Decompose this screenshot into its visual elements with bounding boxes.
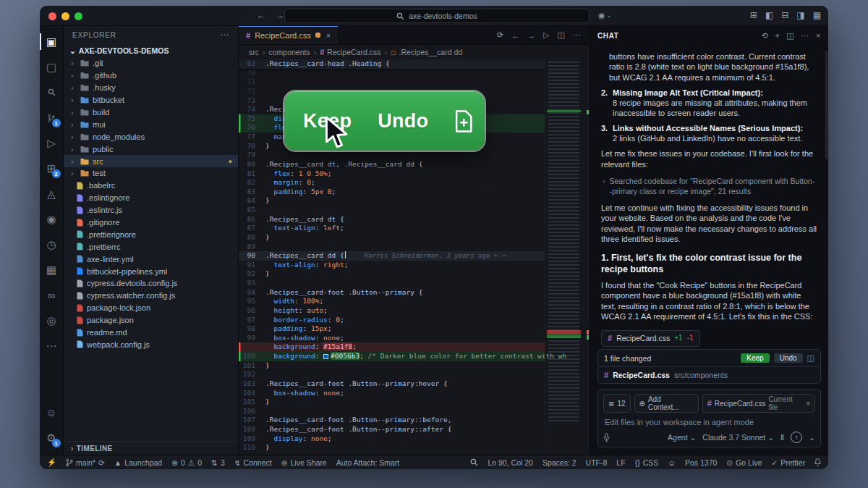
status-language-mode[interactable]: {}CSS <box>635 458 659 467</box>
breadcrumb-item[interactable]: components <box>269 48 310 56</box>
activity-package[interactable]: ▢ <box>40 54 64 80</box>
new-chat-icon[interactable]: + <box>775 31 780 41</box>
timeline-section[interactable]: › TIMELINE <box>64 441 238 455</box>
layout-custom-icon[interactable]: ▦ <box>813 10 821 20</box>
microphone-icon[interactable] <box>603 433 610 442</box>
activity-account[interactable]: ☺ <box>40 400 64 425</box>
tree-item--gitignore[interactable]: .gitignore <box>64 216 238 229</box>
status-live-share[interactable]: ⊚Live Share <box>281 458 327 467</box>
status-pos[interactable]: Pos 1370 <box>685 458 717 467</box>
tree-item--husky[interactable]: › .husky <box>64 82 238 94</box>
tree-item--github[interactable]: › .github <box>64 70 238 82</box>
view-changed-file-icon[interactable] <box>454 110 474 132</box>
panel-left-icon[interactable]: ◧ <box>765 10 773 20</box>
keep-file-button[interactable]: Keep <box>741 353 769 363</box>
tree-item--prettierignore[interactable]: .prettierignore <box>64 228 238 240</box>
current-file-chip[interactable]: # RecipeCard.css Current file × <box>702 394 815 413</box>
status-indentation[interactable]: Spaces: 2 <box>542 458 576 467</box>
changed-file-row[interactable]: # RecipeCard.css src/components <box>598 367 820 383</box>
zoom-window-button[interactable] <box>75 12 82 20</box>
forward-icon[interactable]: → <box>276 10 284 20</box>
more-actions-icon[interactable]: ⋯ <box>573 30 581 40</box>
panel-right-icon[interactable]: ◨ <box>796 10 804 20</box>
tree-item--eslintrc-js[interactable]: .eslintrc.js <box>64 204 238 216</box>
more-icon[interactable]: ⋯ <box>801 31 809 41</box>
tree-item-package-lock-json[interactable]: package-lock.json <box>64 302 238 314</box>
tree-item--eslintignore[interactable]: .eslintignore <box>64 192 238 204</box>
remove-chip-icon[interactable]: × <box>806 400 810 408</box>
activity-settings[interactable]: ⚙ 1 <box>40 425 64 450</box>
tree-item-bitbucket-pipelines-yml[interactable]: bitbucket-pipelines.yml <box>64 265 238 277</box>
code-editor[interactable]: 63.Recipes__card-head .Heading { 70 71 7… <box>239 59 590 455</box>
close-window-button[interactable] <box>48 12 56 20</box>
tree-item--git[interactable]: › .git <box>64 57 238 70</box>
tree-item-cypress-watcher-config-js[interactable]: cypress.watcher.config.js <box>64 290 238 302</box>
activity-explorer[interactable]: ▣ <box>40 29 64 54</box>
tab-recipecard-css[interactable]: # RecipeCard.css × <box>239 26 339 44</box>
tree-item-src[interactable]: › src ● <box>64 155 238 167</box>
breadcrumb-item[interactable]: ▢.Recipes__card dd <box>391 48 462 56</box>
tree-item-package-json[interactable]: package.json <box>64 314 238 327</box>
status-eol[interactable]: LF <box>616 458 625 467</box>
chat-scrollbar[interactable] <box>825 51 827 159</box>
tree-item-build[interactable]: › build <box>64 106 238 119</box>
activity-run-debug[interactable]: ▷ <box>40 130 64 156</box>
back-icon[interactable]: ← <box>257 10 265 20</box>
status-cursor-position[interactable]: Ln 90, Col 20 <box>488 458 532 467</box>
undo-file-button[interactable]: Undo <box>774 353 803 363</box>
panel-bottom-icon[interactable]: ⊟ <box>781 10 788 20</box>
previous-change-icon[interactable]: ← <box>511 31 519 40</box>
project-root[interactable]: ⌄ AXE-DEVTOOLS-DEMOS <box>64 43 238 57</box>
tree-item--prettierrc[interactable]: .prettierrc <box>64 240 238 253</box>
history-icon[interactable]: ⟲ <box>762 31 769 41</box>
status-connect[interactable]: ↯Connect <box>234 458 272 467</box>
tree-item-node-modules[interactable]: › node_modules <box>64 130 238 143</box>
status-go-live[interactable]: ⊙Go Live <box>726 458 762 467</box>
layout-grid-icon[interactable]: ⊞ <box>750 10 757 20</box>
status-encoding[interactable]: UTF-8 <box>586 458 608 467</box>
minimize-window-button[interactable] <box>61 12 69 20</box>
activity-source-control[interactable]: 1 <box>40 105 64 130</box>
undo-button[interactable]: Undo <box>378 110 428 132</box>
command-center-search[interactable]: axe-devtools-demos <box>284 9 590 23</box>
breadcrumb-item[interactable]: #RecipeCard.css <box>320 48 380 56</box>
next-change-icon[interactable]: → <box>527 31 535 40</box>
status-problems[interactable]: ⊗0⚠0 <box>171 458 202 467</box>
attachments-chip[interactable]: ≣ 12 <box>603 394 631 413</box>
activity-containers[interactable]: ▦ <box>40 257 64 282</box>
activity-axe-devtools[interactable]: ◉ <box>40 206 64 232</box>
copilot-icon[interactable]: ◉ <box>598 11 605 20</box>
close-tab-icon[interactable]: × <box>326 31 331 40</box>
tree-item-public[interactable]: › public <box>64 143 238 155</box>
status-launchpad[interactable]: ▲Launchpad <box>114 458 162 467</box>
activity-extensions[interactable]: ⊞ 2 <box>40 156 64 181</box>
tree-item-cypress-devtools-config-js[interactable]: cypress.devtools.config.js <box>64 277 238 290</box>
tree-item-bitbucket[interactable]: › bitbucket <box>64 94 238 106</box>
status-search[interactable] <box>470 458 478 466</box>
model-picker[interactable]: Claude 3.7 Sonnet ⌄ <box>702 433 774 442</box>
activity-testing[interactable]: ◬ <box>40 181 64 206</box>
activity-search[interactable] <box>40 80 64 105</box>
open-in-editor-icon[interactable]: ◫ <box>786 31 794 41</box>
pause-icon[interactable]: Ⅱ <box>780 433 784 442</box>
status-notifications[interactable] <box>814 458 821 466</box>
mode-picker[interactable]: Agent ⌄ <box>668 433 696 442</box>
add-context-chip[interactable]: ⊕ Add Context... <box>634 394 699 413</box>
tree-item-test[interactable]: › test <box>64 167 238 180</box>
activity-remote-explorer[interactable]: ∞ <box>40 282 64 308</box>
minimap[interactable] <box>545 59 585 455</box>
status-branch[interactable]: main*⟳ <box>66 458 105 467</box>
open-diff-icon[interactable]: ◫ <box>807 353 814 363</box>
chevron-down-icon[interactable]: ⌄ <box>809 433 815 442</box>
activity-live-share[interactable]: ◎ <box>40 308 64 333</box>
chat-input[interactable]: Edit files in your workspace in agent mo… <box>603 417 815 432</box>
split-editor-icon[interactable]: ◫ <box>558 30 565 40</box>
activity-more-views[interactable]: ⋯ <box>40 333 64 358</box>
status-prettier[interactable]: ✓Prettier <box>771 458 805 467</box>
send-button[interactable]: ↑ <box>791 432 802 443</box>
status-remote[interactable]: ⚡ <box>47 458 56 467</box>
status-tasks[interactable]: ⇅3 <box>211 458 225 467</box>
keep-button[interactable]: Keep <box>303 110 352 132</box>
breadcrumb-item[interactable]: src <box>249 48 259 56</box>
tool-call-row[interactable]: ›Searched codebase for "RecipeCard compo… <box>603 176 816 196</box>
